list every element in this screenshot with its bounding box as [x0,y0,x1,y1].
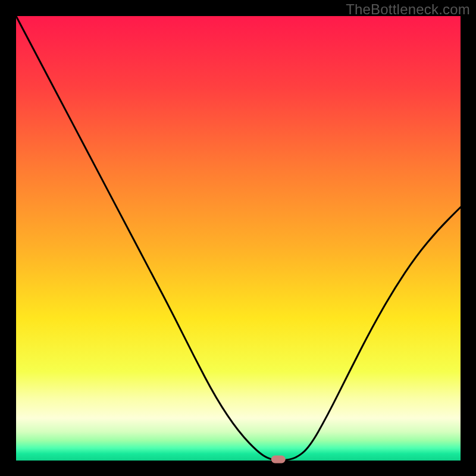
chart-frame: TheBottleneck.com [0,0,476,476]
plot-background [16,16,461,461]
optimal-point-marker [271,456,286,464]
watermark-text: TheBottleneck.com [346,1,470,18]
bottleneck-curve-chart [0,0,476,476]
